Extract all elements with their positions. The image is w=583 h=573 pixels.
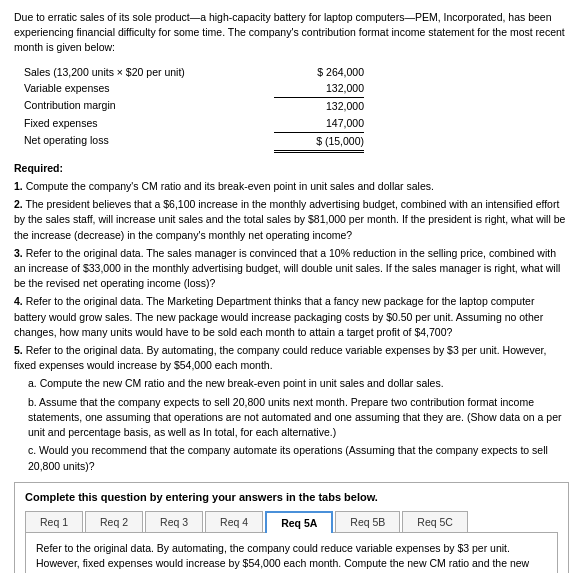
sales-label: Sales (13,200 units × $20 per unit) bbox=[24, 64, 274, 81]
income-statement: Sales (13,200 units × $20 per unit) $ 26… bbox=[24, 64, 569, 153]
fixed-amount: 147,000 bbox=[274, 115, 364, 132]
required-title: Required: bbox=[14, 161, 569, 176]
complete-title: Complete this question by entering your … bbox=[25, 491, 558, 503]
tab-req4[interactable]: Req 4 bbox=[205, 511, 263, 532]
req-item-4: 4. Refer to the original data. The Marke… bbox=[14, 294, 569, 340]
income-row-fixed: Fixed expenses 147,000 bbox=[24, 115, 364, 132]
complete-box: Complete this question by entering your … bbox=[14, 482, 569, 573]
req-item-3: 3. Refer to the original data. The sales… bbox=[14, 246, 569, 292]
variable-amount: 132,000 bbox=[274, 80, 364, 97]
fixed-label: Fixed expenses bbox=[24, 115, 274, 132]
req-item-5a: a. Compute the new CM ratio and the new … bbox=[28, 376, 569, 391]
variable-label: Variable expenses bbox=[24, 80, 274, 97]
tab-req5a[interactable]: Req 5A bbox=[265, 511, 333, 533]
income-row-variable: Variable expenses 132,000 bbox=[24, 80, 364, 97]
req-item-5b: b. Assume that the company expects to se… bbox=[28, 395, 569, 441]
income-row-sales: Sales (13,200 units × $20 per unit) $ 26… bbox=[24, 64, 364, 81]
tab-req5c[interactable]: Req 5C bbox=[402, 511, 468, 532]
intro-paragraph: Due to erratic sales of its sole product… bbox=[14, 10, 569, 56]
tabs-bar: Req 1 Req 2 Req 3 Req 4 Req 5A Req 5B Re… bbox=[25, 511, 558, 533]
sales-amount: $ 264,000 bbox=[274, 64, 364, 81]
contribution-label: Contribution margin bbox=[24, 97, 274, 115]
required-section: Required: 1. Compute the company's CM ra… bbox=[14, 161, 569, 474]
req-item-1: 1. Compute the company's CM ratio and it… bbox=[14, 179, 569, 194]
tab5a-description: Refer to the original data. By automatin… bbox=[36, 541, 547, 573]
tab-req5b[interactable]: Req 5B bbox=[335, 511, 400, 532]
req-item-2: 2. The president believes that a $6,100 … bbox=[14, 197, 569, 243]
net-amount: $ (15,000) bbox=[274, 132, 364, 153]
net-label: Net operating loss bbox=[24, 132, 274, 153]
tab-req1[interactable]: Req 1 bbox=[25, 511, 83, 532]
contribution-amount: 132,000 bbox=[274, 97, 364, 115]
req-item-5: 5. Refer to the original data. By automa… bbox=[14, 343, 569, 373]
income-row-net: Net operating loss $ (15,000) bbox=[24, 132, 364, 153]
income-row-contribution: Contribution margin 132,000 bbox=[24, 97, 364, 115]
tab-req2[interactable]: Req 2 bbox=[85, 511, 143, 532]
tab5a-content: Refer to the original data. By automatin… bbox=[25, 533, 558, 573]
req-item-5c: c. Would you recommend that the company … bbox=[28, 443, 569, 473]
tab-req3[interactable]: Req 3 bbox=[145, 511, 203, 532]
